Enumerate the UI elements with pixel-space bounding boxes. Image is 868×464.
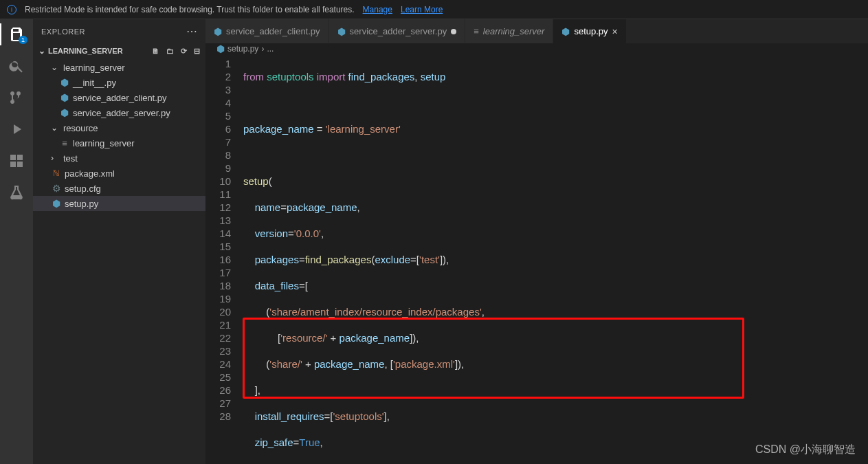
file-tree: ⌄learning_server ⬢__init__.py ⬢service_a… — [33, 58, 205, 212]
info-icon: i — [7, 5, 16, 14]
tab-server[interactable]: ⬢service_adder_server.py — [329, 19, 466, 43]
explorer-badge: 1 — [19, 36, 27, 44]
editor: ⬢service_adder_client.py ⬢service_adder_… — [205, 19, 868, 464]
search-icon[interactable] — [8, 58, 25, 74]
tab-client[interactable]: ⬢service_adder_client.py — [205, 19, 329, 43]
modified-dot-icon — [451, 29, 456, 34]
tab-setup[interactable]: ⬢setup.py× — [553, 19, 626, 43]
refresh-icon[interactable]: ⟳ — [181, 47, 187, 56]
tab-learning-server[interactable]: ≡learning_server — [465, 19, 553, 43]
notification-bar: i Restricted Mode is intended for safe c… — [0, 0, 868, 19]
sidebar: EXPLORER ⋯ ⌄ LEARNING_SERVER 🗎 🗀 ⟳ ⊟ ⌄le… — [33, 19, 205, 464]
explorer-icon[interactable]: 1 — [8, 26, 25, 43]
file-package-xml[interactable]: ℕpackage.xml — [33, 166, 205, 181]
chevron-down-icon: ⌄ — [38, 46, 45, 56]
folder-learning-server[interactable]: ⌄learning_server — [33, 60, 205, 75]
explorer-title: EXPLORER — [41, 27, 85, 36]
new-file-icon[interactable]: 🗎 — [152, 47, 159, 56]
code-content[interactable]: from setuptools import find_packages, se… — [243, 54, 868, 464]
python-icon: ⬢ — [216, 43, 225, 54]
explorer-more-icon[interactable]: ⋯ — [186, 25, 198, 38]
folder-resource[interactable]: ⌄resource — [33, 120, 205, 135]
manage-link[interactable]: Manage — [363, 5, 392, 14]
file-setup-cfg[interactable]: ⚙setup.cfg — [33, 181, 205, 196]
collapse-icon[interactable]: ⊟ — [194, 47, 200, 56]
new-folder-icon[interactable]: 🗀 — [166, 47, 174, 56]
file-server[interactable]: ⬢service_adder_server.py — [33, 105, 205, 120]
folder-test[interactable]: ›test — [33, 151, 205, 166]
notification-text: Restricted Mode is intended for safe cod… — [25, 5, 355, 14]
file-resource[interactable]: ≡learning_server — [33, 135, 205, 151]
activity-bar: 1 — [0, 19, 33, 464]
file-setup-py[interactable]: ⬢setup.py — [33, 196, 205, 211]
source-control-icon[interactable] — [8, 89, 25, 106]
file-init[interactable]: ⬢__init__.py — [33, 75, 205, 90]
watermark: CSDN @小海聊智造 — [755, 443, 856, 457]
tab-bar: ⬢service_adder_client.py ⬢service_adder_… — [205, 19, 868, 43]
code-editor[interactable]: 1234567891011121314151617181920212223242… — [205, 54, 868, 464]
debug-icon[interactable] — [8, 121, 25, 137]
file-client[interactable]: ⬢service_adder_client.py — [33, 90, 205, 105]
project-name: LEARNING_SERVER — [48, 47, 123, 55]
learn-more-link[interactable]: Learn More — [401, 5, 443, 14]
extensions-icon[interactable] — [8, 153, 25, 169]
close-icon[interactable]: × — [612, 26, 618, 37]
line-numbers: 1234567891011121314151617181920212223242… — [205, 54, 243, 464]
explorer-header: EXPLORER ⋯ — [33, 19, 205, 43]
testing-icon[interactable] — [8, 184, 25, 201]
project-section[interactable]: ⌄ LEARNING_SERVER 🗎 🗀 ⟳ ⊟ — [33, 43, 205, 58]
breadcrumbs[interactable]: ⬢ setup.py › ... — [205, 43, 868, 54]
